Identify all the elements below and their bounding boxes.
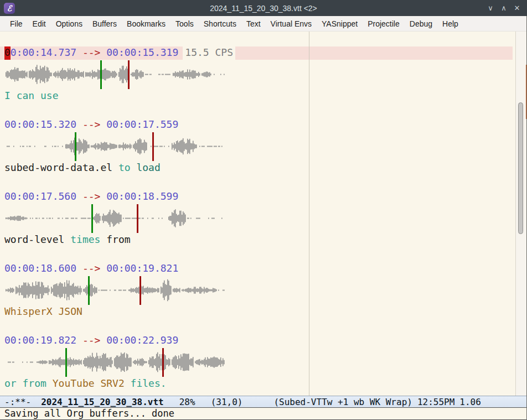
cue-text[interactable]: WhisperX JSON: [0, 305, 527, 318]
cue-text[interactable]: word-level times from: [0, 234, 527, 246]
emacs-window: ℰ 2024_11_15_20_30_38.vtt <2> ∨ ∧ ✕ File…: [0, 0, 527, 420]
subtitle-cue: 00:00:15.320 --> 00:00:17.559 subed-word…: [0, 118, 527, 190]
cue-start-time[interactable]: 00:00:18.600: [4, 262, 76, 276]
stop-marker: [162, 348, 164, 377]
mode-line[interactable]: -:**- 2024_11_15_20_30_38.vtt 28% (31,0)…: [0, 396, 527, 408]
cue-word-segment[interactable]: times: [70, 234, 106, 245]
highlight-fill: [183, 190, 513, 204]
cue-word-segment[interactable]: or from: [4, 377, 53, 389]
cue-word-segment[interactable]: word-level: [4, 234, 70, 245]
cue-end-time[interactable]: 00:00:22.939: [106, 334, 183, 348]
modeline-buffer-name[interactable]: 2024_11_15_20_30_38.vtt: [41, 397, 164, 407]
modeline-clock[interactable]: 12:55PM: [417, 397, 454, 407]
cue-timestamp-line[interactable]: 0 0:00:14.737 --> 00:00:15.319 15.5 CPS: [0, 46, 513, 60]
cue-arrow: -->: [76, 334, 106, 348]
text-cursor: 0: [4, 46, 11, 60]
start-marker: [88, 276, 90, 305]
stop-marker: [137, 204, 138, 233]
emacs-icon: ℰ: [4, 3, 15, 14]
cue-word-segment[interactable]: subed-word-data.el: [4, 162, 118, 173]
modeline-cursor-position: (31,0): [211, 397, 243, 407]
stop-marker: [128, 60, 130, 89]
cue-arrow: -->: [76, 46, 106, 60]
cue-word-segment[interactable]: WhisperX JSON: [4, 305, 82, 317]
cue-arrow: -->: [76, 118, 106, 132]
menu-item-shortcuts[interactable]: Shortcuts: [199, 19, 241, 28]
minimize-button[interactable]: ∨: [485, 4, 496, 12]
cue-timestamp-line[interactable]: 00:00:18.600 --> 00:00:19.821: [0, 262, 513, 276]
waveform-row: [0, 276, 527, 305]
title-bar: ℰ 2024_11_15_20_30_38.vtt <2> ∨ ∧ ✕: [0, 0, 527, 16]
buffer-content[interactable]: 0 0:00:14.737 --> 00:00:15.319 15.5 CPS …: [0, 32, 527, 396]
stop-marker: [140, 276, 141, 305]
subtitle-cue: 00:00:17.560 --> 00:00:18.599 word-level…: [0, 190, 527, 262]
cue-end-time[interactable]: 00:00:15.319: [106, 46, 183, 60]
menu-item-tools[interactable]: Tools: [170, 19, 199, 28]
waveform-row: [0, 348, 527, 377]
menu-item-debug[interactable]: Debug: [405, 19, 437, 28]
waveform-image[interactable]: [4, 279, 226, 302]
maximize-button[interactable]: ∧: [498, 4, 509, 12]
menu-bar: FileEditOptionsBuffersBookmarksToolsShor…: [0, 16, 527, 32]
stop-marker: [152, 132, 154, 161]
modeline-load-average: 1.06: [459, 397, 481, 407]
cps-indicator: 15.5 CPS: [183, 46, 235, 60]
cue-start-time[interactable]: 0:00:14.737: [11, 46, 76, 60]
waveform-row: [0, 60, 527, 90]
waveform-image[interactable]: [4, 63, 226, 86]
scrollbar-thumb[interactable]: [518, 102, 523, 234]
close-button[interactable]: ✕: [512, 4, 523, 12]
waveform-image[interactable]: [4, 135, 226, 158]
modeline-mode-list[interactable]: (Subed-VTTw +1 wb WK Wrap): [273, 397, 412, 407]
menu-item-options[interactable]: Options: [51, 19, 87, 28]
cue-word-segment[interactable]: I can use: [4, 90, 59, 101]
start-marker: [100, 60, 102, 89]
menu-item-bookmarks[interactable]: Bookmarks: [122, 19, 170, 28]
cue-start-time[interactable]: 00:00:19.822: [4, 334, 76, 348]
cue-word-segment[interactable]: YouTube SRV2: [53, 377, 131, 389]
menu-item-file[interactable]: File: [5, 19, 28, 28]
menu-item-yasnippet[interactable]: YASnippet: [317, 19, 363, 28]
cue-text[interactable]: or from YouTube SRV2 files.: [0, 377, 527, 390]
cue-word-segment[interactable]: load: [136, 162, 160, 173]
menu-item-help[interactable]: Help: [437, 19, 463, 28]
waveform-row: [0, 132, 527, 162]
cue-start-time[interactable]: 00:00:15.320: [4, 118, 76, 132]
menu-item-text[interactable]: Text: [241, 19, 266, 28]
menu-item-virtual-envs[interactable]: Virtual Envs: [266, 19, 317, 28]
menu-item-edit[interactable]: Edit: [28, 19, 51, 28]
waveform-image[interactable]: [4, 351, 226, 374]
modeline-buffer-percent: 28%: [179, 397, 195, 407]
start-marker: [65, 348, 67, 377]
cue-word-segment[interactable]: from: [106, 234, 130, 245]
highlight-fill: [235, 46, 513, 60]
window-controls: ∨ ∧ ✕: [485, 0, 523, 16]
cue-timestamp-line[interactable]: 00:00:15.320 --> 00:00:17.559: [0, 118, 513, 132]
cue-end-time[interactable]: 00:00:17.559: [106, 118, 183, 132]
cue-word-segment[interactable]: to: [118, 162, 137, 173]
scrollbar-track[interactable]: [515, 32, 526, 396]
subtitle-cue: 0 0:00:14.737 --> 00:00:15.319 15.5 CPS …: [0, 46, 527, 118]
cue-word-segment[interactable]: files.: [131, 377, 167, 389]
menu-item-buffers[interactable]: Buffers: [87, 19, 122, 28]
cue-text[interactable]: subed-word-data.el to load: [0, 162, 527, 174]
cue-end-time[interactable]: 00:00:19.821: [106, 262, 183, 276]
cue-timestamp-line[interactable]: 00:00:19.822 --> 00:00:22.939: [0, 334, 513, 348]
subtitle-cue: 00:00:18.600 --> 00:00:19.821 WhisperX J…: [0, 262, 527, 334]
cue-end-time[interactable]: 00:00:18.599: [106, 190, 183, 204]
waveform-image[interactable]: [4, 207, 226, 230]
cue-start-time[interactable]: 00:00:17.560: [4, 190, 76, 204]
highlight-fill: [183, 262, 513, 276]
cue-text[interactable]: I can use: [0, 90, 527, 102]
window-title: 2024_11_15_20_30_38.vtt <2>: [0, 4, 527, 13]
modeline-status: -:**-: [4, 397, 31, 407]
menu-item-projectile[interactable]: Projectile: [363, 19, 405, 28]
cue-timestamp-line[interactable]: 00:00:17.560 --> 00:00:18.599: [0, 190, 513, 204]
cue-arrow: -->: [76, 262, 106, 276]
highlight-fill: [183, 334, 513, 348]
cue-arrow: -->: [76, 190, 106, 204]
start-marker: [75, 132, 76, 161]
waveform-row: [0, 204, 527, 234]
echo-area: Saving all Org buffers... done: [0, 408, 527, 420]
highlight-fill: [183, 118, 513, 132]
